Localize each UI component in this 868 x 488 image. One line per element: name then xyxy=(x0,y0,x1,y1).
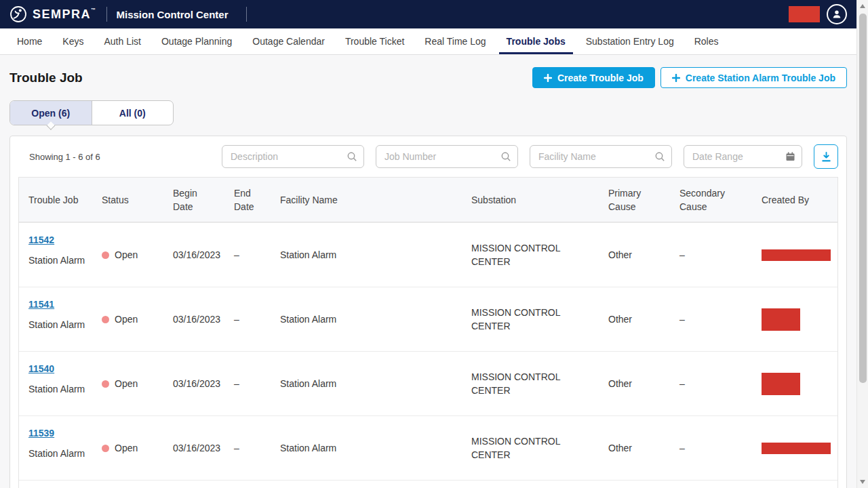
status-label: Open xyxy=(115,377,138,390)
primary-cause-cell: Other xyxy=(599,352,670,415)
begin-date-cell: 03/16/2023 xyxy=(163,287,224,351)
secondary-cause-cell: – xyxy=(670,481,752,488)
table-row: 11541 Station Alarm Open 03/16/2023 – St… xyxy=(19,287,837,351)
end-date-cell: – xyxy=(224,416,271,480)
trouble-job-description: Station Alarm xyxy=(28,382,85,396)
nav-item-home[interactable]: Home xyxy=(7,28,52,54)
status-label: Open xyxy=(115,312,138,326)
col-created-by: Created By xyxy=(752,178,840,222)
begin-date-cell: 03/16/2023 xyxy=(163,416,224,480)
table-row: 11542 Station Alarm Open 03/16/2023 – St… xyxy=(19,222,837,287)
app-title: Mission Control Center xyxy=(117,9,229,20)
tab-all[interactable]: All (0) xyxy=(92,101,174,125)
nav-item-outage-calendar[interactable]: Outage Calendar xyxy=(242,28,335,54)
filter-toolbar: Showing 1 - 6 of 6 xyxy=(18,144,838,169)
header-divider xyxy=(246,7,247,22)
table-row: 11538 Station Alarm Open 03/16/2023 – St… xyxy=(19,480,837,488)
end-date-cell: – xyxy=(224,481,271,488)
secondary-cause-cell: – xyxy=(670,352,752,415)
trouble-job-description: Station Alarm xyxy=(28,318,85,331)
created-by-redacted xyxy=(762,249,831,261)
col-end-date: End Date xyxy=(224,178,271,222)
facility-name-cell: Station Alarm xyxy=(271,416,462,480)
table-row: 11540 Station Alarm Open 03/16/2023 – St… xyxy=(19,351,837,415)
facility-name-filter-input[interactable] xyxy=(530,145,672,168)
search-icon xyxy=(654,151,665,162)
user-avatar-button[interactable] xyxy=(827,4,847,24)
nav-item-substation-entry-log[interactable]: Substation Entry Log xyxy=(576,28,684,54)
nav-item-roles[interactable]: Roles xyxy=(684,28,729,54)
col-begin-date: Begin Date xyxy=(163,178,224,222)
substation-cell: MISSION CONTROL CENTER xyxy=(462,416,599,480)
description-filter-input[interactable] xyxy=(222,145,364,168)
col-status: Status xyxy=(92,178,163,222)
nav-item-keys[interactable]: Keys xyxy=(52,28,94,54)
nav-item-outage-planning[interactable]: Outage Planning xyxy=(151,28,242,54)
substation-cell: MISSION CONTROL CENTER xyxy=(462,481,599,488)
scrollbar-up-arrow-icon[interactable] xyxy=(860,4,865,8)
facility-name-cell: Station Alarm xyxy=(271,352,462,415)
col-substation: Substation xyxy=(462,178,599,222)
job-number-filter-input[interactable] xyxy=(376,145,518,168)
begin-date-cell: 03/16/2023 xyxy=(163,223,224,287)
nav-item-real-time-log[interactable]: Real Time Log xyxy=(414,28,496,54)
trouble-job-description: Station Alarm xyxy=(28,447,85,460)
trouble-job-link[interactable]: 11541 xyxy=(28,298,54,311)
col-primary-cause: Primary Cause xyxy=(599,178,670,222)
create-trouble-job-button[interactable]: Create Trouble Job xyxy=(532,67,655,88)
trouble-job-description: Station Alarm xyxy=(28,253,85,267)
sempra-logo: SEMPRA™ xyxy=(9,5,97,23)
secondary-cause-cell: – xyxy=(670,416,752,480)
active-tab-caret xyxy=(46,121,55,130)
primary-cause-cell: Other xyxy=(599,287,670,351)
plus-icon xyxy=(544,74,552,82)
view-tabs: Open (6) All (0) xyxy=(9,100,174,125)
created-by-redacted xyxy=(762,443,831,454)
status-label: Open xyxy=(115,248,138,262)
trouble-job-link[interactable]: 11540 xyxy=(28,362,54,375)
status-open-dot xyxy=(102,380,109,388)
nav-item-auth-list[interactable]: Auth List xyxy=(94,28,151,54)
export-download-button[interactable] xyxy=(814,144,838,169)
search-icon xyxy=(347,151,357,162)
substation-cell: MISSION CONTROL CENTER xyxy=(462,287,599,351)
tab-open[interactable]: Open (6) xyxy=(10,101,92,125)
app-header: SEMPRA™ Mission Control Center xyxy=(0,0,856,28)
table-row: 11539 Station Alarm Open 03/16/2023 – St… xyxy=(19,415,837,480)
sempra-logo-icon xyxy=(9,5,27,23)
nav-item-trouble-jobs[interactable]: Trouble Jobs xyxy=(496,28,576,54)
primary-cause-cell: Other xyxy=(599,481,670,488)
facility-name-cell: Station Alarm xyxy=(271,223,462,287)
col-facility-name: Facility Name xyxy=(271,178,462,222)
create-trouble-job-label: Create Trouble Job xyxy=(557,73,644,83)
tab-open-label: Open (6) xyxy=(31,108,70,119)
create-station-alarm-label: Create Station Alarm Trouble Job xyxy=(686,73,835,83)
date-range-filter-input[interactable] xyxy=(684,145,802,168)
download-icon xyxy=(821,151,832,163)
scrollbar-thumb[interactable] xyxy=(859,14,867,383)
calendar-icon xyxy=(785,152,795,162)
trouble-jobs-table: Trouble Job Status Begin Date End Date F… xyxy=(18,177,838,488)
page-title: Trouble Job xyxy=(9,70,83,85)
main-nav: Home Keys Auth List Outage Planning Outa… xyxy=(0,28,856,55)
scrollbar-down-arrow-icon[interactable] xyxy=(860,480,865,484)
page-scrollbar[interactable] xyxy=(856,0,868,488)
search-icon xyxy=(500,151,511,162)
status-label: Open xyxy=(115,441,138,455)
plus-icon xyxy=(672,74,680,82)
substation-cell: MISSION CONTROL CENTER xyxy=(462,352,599,415)
trouble-job-link[interactable]: 11542 xyxy=(28,233,54,247)
trouble-job-card: Showing 1 - 6 of 6 xyxy=(9,136,847,488)
status-open-dot xyxy=(102,316,109,323)
primary-cause-cell: Other xyxy=(599,416,670,480)
create-station-alarm-trouble-job-button[interactable]: Create Station Alarm Trouble Job xyxy=(660,67,847,88)
trouble-job-link[interactable]: 11539 xyxy=(28,426,54,440)
page-content: Trouble Job Create Trouble Job Create St… xyxy=(0,67,856,488)
status-open-dot xyxy=(102,251,109,259)
primary-cause-cell: Other xyxy=(599,223,670,287)
created-by-redacted xyxy=(762,373,800,395)
begin-date-cell: 03/16/2023 xyxy=(163,352,224,415)
created-by-redacted xyxy=(762,308,800,331)
nav-item-trouble-ticket[interactable]: Trouble Ticket xyxy=(335,28,414,54)
col-secondary-cause: Secondary Cause xyxy=(670,178,752,222)
